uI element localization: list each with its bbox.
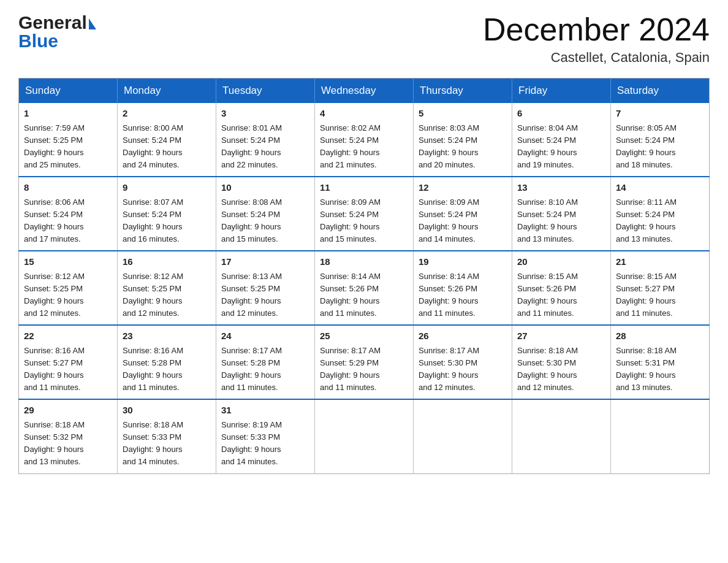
- calendar-header-row: SundayMondayTuesdayWednesdayThursdayFrid…: [19, 79, 710, 104]
- day-number: 22: [24, 329, 112, 343]
- calendar-cell: 17Sunrise: 8:13 AMSunset: 5:25 PMDayligh…: [216, 251, 315, 325]
- day-number: 8: [24, 181, 112, 195]
- month-title: December 2024: [483, 12, 710, 47]
- calendar-cell: 13Sunrise: 8:10 AMSunset: 5:24 PMDayligh…: [512, 177, 611, 251]
- calendar-cell: 2Sunrise: 8:00 AMSunset: 5:24 PMDaylight…: [118, 103, 216, 177]
- calendar-week-4: 22Sunrise: 8:16 AMSunset: 5:27 PMDayligh…: [19, 325, 710, 399]
- day-number: 11: [320, 181, 408, 195]
- day-info: Sunrise: 8:00 AMSunset: 5:24 PMDaylight:…: [123, 122, 211, 172]
- calendar-cell: 14Sunrise: 8:11 AMSunset: 5:24 PMDayligh…: [611, 177, 710, 251]
- calendar-cell: 22Sunrise: 8:16 AMSunset: 5:27 PMDayligh…: [19, 325, 118, 399]
- day-info: Sunrise: 8:05 AMSunset: 5:24 PMDaylight:…: [616, 122, 704, 172]
- calendar-cell: 16Sunrise: 8:12 AMSunset: 5:25 PMDayligh…: [118, 251, 216, 325]
- day-info: Sunrise: 8:03 AMSunset: 5:24 PMDaylight:…: [419, 122, 507, 172]
- day-number: 19: [419, 255, 507, 269]
- calendar-week-3: 15Sunrise: 8:12 AMSunset: 5:25 PMDayligh…: [19, 251, 710, 325]
- day-info: Sunrise: 8:14 AMSunset: 5:26 PMDaylight:…: [419, 270, 507, 320]
- day-number: 7: [616, 107, 704, 121]
- day-info: Sunrise: 8:14 AMSunset: 5:26 PMDaylight:…: [320, 270, 408, 320]
- day-number: 29: [24, 404, 112, 418]
- header-monday: Monday: [118, 79, 216, 104]
- day-info: Sunrise: 8:06 AMSunset: 5:24 PMDaylight:…: [24, 196, 112, 246]
- calendar-cell: [414, 399, 512, 473]
- day-info: Sunrise: 8:19 AMSunset: 5:33 PMDaylight:…: [221, 419, 309, 469]
- day-info: Sunrise: 8:01 AMSunset: 5:24 PMDaylight:…: [221, 122, 309, 172]
- day-info: Sunrise: 8:08 AMSunset: 5:24 PMDaylight:…: [221, 196, 309, 246]
- calendar-table: SundayMondayTuesdayWednesdayThursdayFrid…: [18, 78, 710, 473]
- calendar-cell: 26Sunrise: 8:17 AMSunset: 5:30 PMDayligh…: [414, 325, 512, 399]
- day-info: Sunrise: 8:18 AMSunset: 5:32 PMDaylight:…: [24, 419, 112, 469]
- day-number: 17: [221, 255, 309, 269]
- day-number: 16: [123, 255, 211, 269]
- day-number: 9: [123, 181, 211, 195]
- header-wednesday: Wednesday: [315, 79, 414, 104]
- calendar-cell: 8Sunrise: 8:06 AMSunset: 5:24 PMDaylight…: [19, 177, 118, 251]
- calendar-cell: 11Sunrise: 8:09 AMSunset: 5:24 PMDayligh…: [315, 177, 414, 251]
- location-title: Castellet, Catalonia, Spain: [483, 50, 710, 66]
- logo: General Blue: [18, 12, 96, 52]
- day-info: Sunrise: 8:17 AMSunset: 5:29 PMDaylight:…: [320, 345, 408, 394]
- day-info: Sunrise: 8:18 AMSunset: 5:31 PMDaylight:…: [616, 345, 704, 394]
- calendar-cell: 25Sunrise: 8:17 AMSunset: 5:29 PMDayligh…: [315, 325, 414, 399]
- calendar-cell: 9Sunrise: 8:07 AMSunset: 5:24 PMDaylight…: [118, 177, 216, 251]
- day-info: Sunrise: 8:17 AMSunset: 5:28 PMDaylight:…: [221, 345, 309, 394]
- header-thursday: Thursday: [414, 79, 512, 104]
- calendar-week-5: 29Sunrise: 8:18 AMSunset: 5:32 PMDayligh…: [19, 399, 710, 473]
- calendar-cell: 6Sunrise: 8:04 AMSunset: 5:24 PMDaylight…: [512, 103, 611, 177]
- calendar-cell: 7Sunrise: 8:05 AMSunset: 5:24 PMDaylight…: [611, 103, 710, 177]
- calendar-cell: 12Sunrise: 8:09 AMSunset: 5:24 PMDayligh…: [414, 177, 512, 251]
- day-number: 14: [616, 181, 704, 195]
- day-number: 6: [517, 107, 605, 121]
- day-number: 4: [320, 107, 408, 121]
- day-number: 12: [419, 181, 507, 195]
- calendar-cell: 18Sunrise: 8:14 AMSunset: 5:26 PMDayligh…: [315, 251, 414, 325]
- day-number: 5: [419, 107, 507, 121]
- day-info: Sunrise: 8:09 AMSunset: 5:24 PMDaylight:…: [320, 196, 408, 246]
- day-number: 10: [221, 181, 309, 195]
- day-info: Sunrise: 8:12 AMSunset: 5:25 PMDaylight:…: [24, 270, 112, 320]
- day-number: 28: [616, 329, 704, 343]
- day-info: Sunrise: 8:13 AMSunset: 5:25 PMDaylight:…: [221, 270, 309, 320]
- day-info: Sunrise: 8:09 AMSunset: 5:24 PMDaylight:…: [419, 196, 507, 246]
- logo-general-text: General: [18, 12, 87, 33]
- day-number: 24: [221, 329, 309, 343]
- day-info: Sunrise: 8:12 AMSunset: 5:25 PMDaylight:…: [123, 270, 211, 320]
- day-number: 1: [24, 107, 112, 121]
- calendar-cell: 30Sunrise: 8:18 AMSunset: 5:33 PMDayligh…: [118, 399, 216, 473]
- day-number: 25: [320, 329, 408, 343]
- day-number: 30: [123, 404, 211, 418]
- calendar-cell: 5Sunrise: 8:03 AMSunset: 5:24 PMDaylight…: [414, 103, 512, 177]
- day-number: 13: [517, 181, 605, 195]
- calendar-cell: 29Sunrise: 8:18 AMSunset: 5:32 PMDayligh…: [19, 399, 118, 473]
- day-number: 20: [517, 255, 605, 269]
- header-tuesday: Tuesday: [216, 79, 315, 104]
- calendar-cell: 21Sunrise: 8:15 AMSunset: 5:27 PMDayligh…: [611, 251, 710, 325]
- day-info: Sunrise: 8:04 AMSunset: 5:24 PMDaylight:…: [517, 122, 605, 172]
- calendar-cell: 15Sunrise: 8:12 AMSunset: 5:25 PMDayligh…: [19, 251, 118, 325]
- day-info: Sunrise: 8:15 AMSunset: 5:26 PMDaylight:…: [517, 270, 605, 320]
- calendar-week-1: 1Sunrise: 7:59 AMSunset: 5:25 PMDaylight…: [19, 103, 710, 177]
- calendar-cell: [611, 399, 710, 473]
- day-number: 26: [419, 329, 507, 343]
- day-info: Sunrise: 8:16 AMSunset: 5:27 PMDaylight:…: [24, 345, 112, 394]
- calendar-cell: 3Sunrise: 8:01 AMSunset: 5:24 PMDaylight…: [216, 103, 315, 177]
- day-number: 18: [320, 255, 408, 269]
- day-info: Sunrise: 8:16 AMSunset: 5:28 PMDaylight:…: [123, 345, 211, 394]
- day-info: Sunrise: 8:07 AMSunset: 5:24 PMDaylight:…: [123, 196, 211, 246]
- page-header: General Blue December 2024 Castellet, Ca…: [18, 12, 710, 66]
- day-number: 31: [221, 404, 309, 418]
- calendar-week-2: 8Sunrise: 8:06 AMSunset: 5:24 PMDaylight…: [19, 177, 710, 251]
- day-number: 15: [24, 255, 112, 269]
- calendar-cell: 4Sunrise: 8:02 AMSunset: 5:24 PMDaylight…: [315, 103, 414, 177]
- day-info: Sunrise: 8:18 AMSunset: 5:33 PMDaylight:…: [123, 419, 211, 469]
- calendar-cell: 27Sunrise: 8:18 AMSunset: 5:30 PMDayligh…: [512, 325, 611, 399]
- day-number: 27: [517, 329, 605, 343]
- logo-arrow-icon: [89, 18, 96, 29]
- calendar-cell: 24Sunrise: 8:17 AMSunset: 5:28 PMDayligh…: [216, 325, 315, 399]
- day-info: Sunrise: 8:17 AMSunset: 5:30 PMDaylight:…: [419, 345, 507, 394]
- calendar-cell: 28Sunrise: 8:18 AMSunset: 5:31 PMDayligh…: [611, 325, 710, 399]
- calendar-cell: [315, 399, 414, 473]
- day-info: Sunrise: 8:02 AMSunset: 5:24 PMDaylight:…: [320, 122, 408, 172]
- calendar-cell: 31Sunrise: 8:19 AMSunset: 5:33 PMDayligh…: [216, 399, 315, 473]
- day-number: 3: [221, 107, 309, 121]
